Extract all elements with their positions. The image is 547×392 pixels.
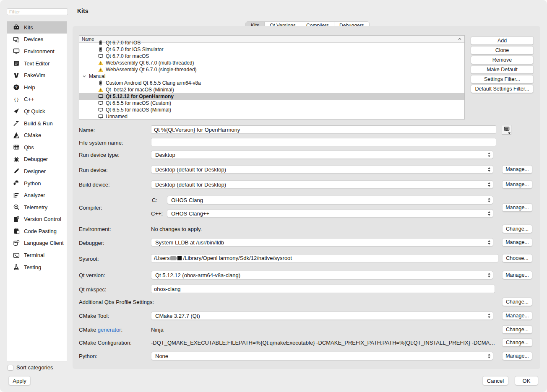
sidebar-item-text-editor[interactable]: Text Editor [7,57,67,70]
sidebar-item-version-control[interactable]: Version Control [7,213,67,226]
sidebar-item-label: Debugger [24,156,48,162]
cmake-generator-link[interactable]: generator [98,327,121,333]
run-device-type-select[interactable]: Desktop [151,151,493,159]
python-label: Python: [79,353,97,359]
sidebar-item-qbs[interactable]: Qbs [7,141,67,153]
cmake-tool-manage-button[interactable]: Manage... [502,312,532,320]
kit-icon-button[interactable] [502,125,511,135]
sidebar-item-fakevim[interactable]: FakeVim [7,69,67,81]
kit-row[interactable]: Qt 6.5.5 for macOS (Custom) [79,100,464,106]
sidebar-item-label: CMake [24,132,41,138]
debugger-manage-button[interactable]: Manage... [502,238,532,247]
settings-filter-button[interactable]: Settings Filter... [471,75,534,83]
python-icon [13,180,20,187]
sidebar-item-language-client[interactable]: Language Client [7,237,67,249]
cmake-tool-select[interactable]: CMake 3.27.7 (Qt) [151,312,493,320]
sidebar-item-debugger[interactable]: Debugger [7,153,67,166]
sidebar-item-kits[interactable]: Kits [7,21,67,34]
python-select[interactable]: None [151,352,493,360]
sysroot-choose-button[interactable]: Choose... [502,254,532,262]
debugger-select[interactable]: System LLDB at /usr/bin/lldb [151,238,493,247]
sysroot-input[interactable]: /Users/Library/OpenHarmony/Sdk/12/native… [151,254,498,262]
chevron-down-icon [508,132,511,134]
kit-tree-rows: Qt 6.7.0 for iOSQt 6.7.0 for iOS Simulat… [79,39,464,119]
sidebar-item-help[interactable]: ?Help [7,81,67,93]
qt-mkspec-input[interactable] [151,285,495,293]
kit-row[interactable]: Unnamed [79,113,464,119]
make-default-button[interactable]: Make Default [471,65,534,74]
qt-version-manage-button[interactable]: Manage... [502,271,532,279]
run-device-manage-button[interactable]: Manage... [502,165,532,174]
cmake-configuration-label: CMake Configuration: [79,340,132,346]
cancel-button[interactable]: Cancel [482,376,508,385]
kit-row-label: Qt beta2 for macOS (Minimal) [106,87,174,93]
run-device-select[interactable]: Desktop (default for Desktop) [151,165,493,174]
kit-row-label: Qt 6.5.5 for macOS (Custom) [106,100,171,106]
remove-button[interactable]: Remove [471,56,534,64]
sidebar-item-label: Version Control [24,216,61,222]
paper-plane-icon [13,108,20,115]
stepper-icon [488,182,490,187]
kit-row-label: Qt 6.7.0 for macOS [106,53,149,59]
kit-tree[interactable]: Name Qt 6.7.0 for iOSQt 6.7.0 for iOS Si… [79,35,465,119]
bug-icon [13,156,20,163]
kit-group-row[interactable]: Manual [79,73,464,80]
sidebar-item-code-pasting[interactable]: Code Pasting [7,225,67,237]
terminal-icon [13,252,20,259]
qbs-settings-change-button[interactable]: Change... [502,298,532,306]
kit-row[interactable]: WebAssembly Qt 6.7.0 (multi-threaded) [79,60,464,66]
sidebar-item-label: Python [24,180,41,187]
compiler-manage-button[interactable]: Manage... [502,203,532,212]
sort-categories-checkbox[interactable] [8,365,13,371]
sidebar-item-designer[interactable]: Designer [7,165,67,177]
sidebar-item-label: Terminal [24,252,44,258]
add-button[interactable]: Add [471,36,534,45]
stepper-icon [488,273,490,278]
kit-row[interactable]: Qt beta2 for macOS (Minimal) [79,86,464,93]
name-input[interactable] [151,125,496,134]
phone-icon [98,80,103,86]
clone-button[interactable]: Clone [471,46,534,55]
hammer-icon [13,120,20,127]
sidebar-item-c[interactable]: { }C++ [7,93,67,106]
kit-row[interactable]: WebAssembly Qt 6.7.0 (single-threaded) [79,66,464,73]
sidebar-item-devices[interactable]: Devices [7,34,67,46]
compiler-c-select[interactable]: OHOS Clang [167,196,493,204]
environment-change-button[interactable]: Change... [502,225,532,233]
sidebar-item-environment[interactable]: Environment [7,45,67,57]
sidebar-item-cmake[interactable]: CMake [7,129,67,141]
sidebar-item-testing[interactable]: Testing [7,261,67,273]
sidebar-item-terminal[interactable]: Terminal [7,249,67,261]
sidebar-item-build-run[interactable]: Build & Run [7,117,67,130]
apply-button[interactable]: Apply [8,376,31,385]
kit-row[interactable]: Qt 6.7.0 for iOS Simulator [79,46,464,53]
kit-row[interactable]: Qt 6.5.5 for macOS (Minimal) [79,106,464,113]
python-manage-button[interactable]: Manage... [502,352,532,360]
cmake-configuration-change-button[interactable]: Change... [502,338,532,347]
qt-version-select[interactable]: Qt 5.12.12 (ohos-arm64-v8a-clang) [151,271,493,279]
sidebar-item-analyzer[interactable]: Analyzer [7,189,67,201]
default-settings-filter-button[interactable]: Default Settings Filter... [471,85,534,93]
kit-row[interactable]: Qt 5.12.12 for OpenHarmony [79,93,464,100]
sidebar-item-python[interactable]: Python [7,177,67,190]
sidebar-item-label: Code Pasting [24,228,57,234]
compiler-cpp-select[interactable]: OHOS Clang++ [167,209,493,218]
kit-row-label: Qt 6.7.0 for iOS [106,40,141,46]
fakevim-icon [13,72,20,79]
sidebar-item-label: Language Client [24,240,64,246]
cmake-generator-change-button[interactable]: Change... [502,325,532,334]
sysroot-label: Sysroot: [79,256,99,262]
environment-label: Environment: [79,226,111,232]
kit-row[interactable]: Qt 6.7.0 for iOS [79,39,464,46]
file-system-name-input[interactable] [151,138,496,146]
kit-row[interactable]: Custom Android Qt 6.5.5 Clang arm64-v8a [79,80,464,86]
kit-actions: AddCloneRemoveMake DefaultSettings Filte… [471,36,534,93]
sidebar-item-label: Designer [24,168,46,174]
build-device-manage-button[interactable]: Manage... [502,180,532,189]
build-device-select[interactable]: Desktop (default for Desktop) [151,180,493,189]
kit-row[interactable]: Qt 6.7.0 for macOS [79,53,464,60]
sidebar-item-telemetry[interactable]: Telemetry [7,201,67,213]
sidebar-item-qt-quick[interactable]: Qt Quick [7,105,67,117]
filter-input[interactable] [7,8,68,15]
ok-button[interactable]: OK [515,376,538,385]
